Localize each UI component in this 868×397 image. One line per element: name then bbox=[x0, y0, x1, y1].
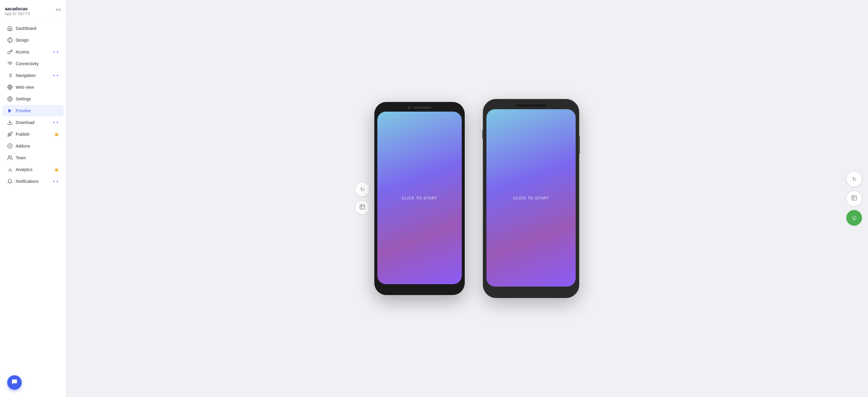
nav-list: Dashboard Design Access ✦ ✦ Connectivity bbox=[0, 20, 66, 397]
sidebar-item-webview[interactable]: Web view bbox=[2, 81, 64, 93]
house-icon bbox=[7, 26, 13, 31]
screenshot-button-android[interactable] bbox=[355, 200, 370, 215]
chart-icon bbox=[7, 167, 13, 172]
sidebar-item-download[interactable]: Download ✦ ✦ bbox=[2, 117, 64, 128]
iphone-screen-gradient[interactable]: CLICK TO START bbox=[487, 109, 576, 287]
sidebar-item-settings[interactable]: Settings bbox=[2, 93, 64, 105]
download-badge: ✦ ✦ bbox=[53, 121, 59, 124]
plus-circle-icon bbox=[7, 143, 13, 149]
android-click-to-start: CLICK TO START bbox=[402, 196, 438, 200]
iphone-click-to-start: CLICK TO START bbox=[513, 196, 549, 200]
sidebar: aacadscas App ID: 592774 << Dashboard De… bbox=[0, 0, 66, 397]
sidebar-header: aacadscas App ID: 592774 << bbox=[0, 0, 66, 20]
key-icon bbox=[7, 49, 13, 55]
smiley-button[interactable]: ☺ bbox=[846, 210, 862, 226]
sidebar-label-team: Team bbox=[16, 155, 59, 160]
svg-point-15 bbox=[8, 155, 10, 158]
sidebar-label-access: Access bbox=[16, 50, 49, 54]
sidebar-item-connectivity[interactable]: Connectivity bbox=[2, 58, 64, 69]
gear-icon bbox=[7, 96, 13, 102]
refresh-icon-right: ↻ bbox=[852, 176, 857, 182]
preview-area: ↻ CLICK TO START bbox=[66, 0, 868, 397]
analytics-badge: 👑 bbox=[55, 168, 59, 172]
refresh-button-right[interactable]: ↻ bbox=[846, 171, 862, 187]
navigation-badge: ✦ ✦ bbox=[53, 74, 59, 78]
smiley-icon: ☺ bbox=[851, 214, 858, 222]
screenshot-icon-android bbox=[359, 204, 365, 211]
svg-rect-20 bbox=[852, 196, 857, 200]
android-camera bbox=[408, 106, 411, 109]
sidebar-label-dashboard: Dashboard bbox=[16, 26, 59, 31]
sidebar-label-analytics: Analytics bbox=[16, 167, 51, 172]
iphone-screen[interactable]: CLICK TO START bbox=[487, 109, 576, 287]
publish-badge: 👑 bbox=[55, 133, 59, 136]
sidebar-item-access[interactable]: Access ✦ ✦ bbox=[2, 46, 64, 58]
svg-rect-19 bbox=[360, 204, 365, 209]
sidebar-label-download: Download bbox=[16, 120, 49, 125]
wifi-icon bbox=[7, 61, 13, 66]
android-phone-container: ↻ CLICK TO START bbox=[355, 102, 465, 295]
sidebar-label-design: Design bbox=[16, 38, 59, 42]
refresh-icon-android: ↻ bbox=[360, 186, 365, 193]
sidebar-label-webview: Web view bbox=[16, 85, 59, 90]
android-notch bbox=[377, 106, 462, 109]
sidebar-item-addons[interactable]: Addons bbox=[2, 140, 64, 152]
sidebar-label-settings: Settings bbox=[16, 96, 59, 102]
sidebar-item-team[interactable]: Team bbox=[2, 152, 64, 164]
app-name: aacadscas bbox=[5, 6, 61, 11]
sidebar-label-connectivity: Connectivity bbox=[16, 61, 59, 66]
sidebar-label-preview: Preview bbox=[16, 108, 59, 113]
access-badge: ✦ ✦ bbox=[53, 50, 59, 54]
sidebar-item-publish[interactable]: Publish 👑 bbox=[2, 129, 64, 140]
svg-point-9 bbox=[9, 98, 11, 100]
app-id: App ID: 592774 bbox=[5, 12, 61, 16]
chat-icon bbox=[11, 378, 18, 387]
iphone-phone-container: CLICK TO START bbox=[483, 99, 579, 298]
right-controls: ↻ ☺ bbox=[846, 171, 862, 226]
refresh-button-android[interactable]: ↻ bbox=[355, 182, 370, 197]
sidebar-item-navigation[interactable]: Navigation ✦ ✦ bbox=[2, 70, 64, 81]
sidebar-item-dashboard[interactable]: Dashboard bbox=[2, 23, 64, 34]
sidebar-item-analytics[interactable]: Analytics 👑 bbox=[2, 164, 64, 175]
svg-marker-10 bbox=[8, 109, 12, 113]
screenshot-icon-right bbox=[851, 195, 857, 202]
android-speaker bbox=[413, 107, 431, 109]
sidebar-item-design[interactable]: Design bbox=[2, 34, 64, 46]
chat-button[interactable] bbox=[7, 375, 22, 390]
sidebar-item-preview[interactable]: Preview bbox=[2, 105, 64, 116]
globe-icon bbox=[7, 84, 13, 90]
sidebar-label-notifications: Notifications bbox=[16, 179, 49, 184]
notifications-badge: ✦ ✦ bbox=[53, 179, 59, 183]
sidebar-label-publish: Publish bbox=[16, 132, 51, 137]
collapse-button[interactable]: << bbox=[54, 6, 62, 14]
android-phone: CLICK TO START bbox=[374, 102, 465, 295]
android-phone-controls: ↻ bbox=[355, 182, 370, 215]
users-icon bbox=[7, 155, 13, 161]
android-screen-gradient[interactable]: CLICK TO START bbox=[377, 112, 462, 284]
play-icon bbox=[7, 108, 13, 113]
sidebar-label-addons: Addons bbox=[16, 144, 59, 148]
iphone-phone: CLICK TO START bbox=[483, 99, 579, 298]
iphone-top-area bbox=[487, 104, 576, 107]
rocket-icon bbox=[7, 132, 13, 137]
screenshot-button-right[interactable] bbox=[846, 191, 862, 206]
iphone-pill bbox=[516, 104, 546, 107]
android-screen[interactable]: CLICK TO START bbox=[377, 112, 462, 284]
palette-icon bbox=[7, 37, 13, 43]
download-icon bbox=[7, 120, 13, 125]
list-icon bbox=[7, 73, 13, 78]
bell-icon bbox=[7, 178, 13, 184]
sidebar-item-notifications[interactable]: Notifications ✦ ✦ bbox=[2, 176, 64, 187]
sidebar-label-navigation: Navigation bbox=[16, 73, 49, 78]
